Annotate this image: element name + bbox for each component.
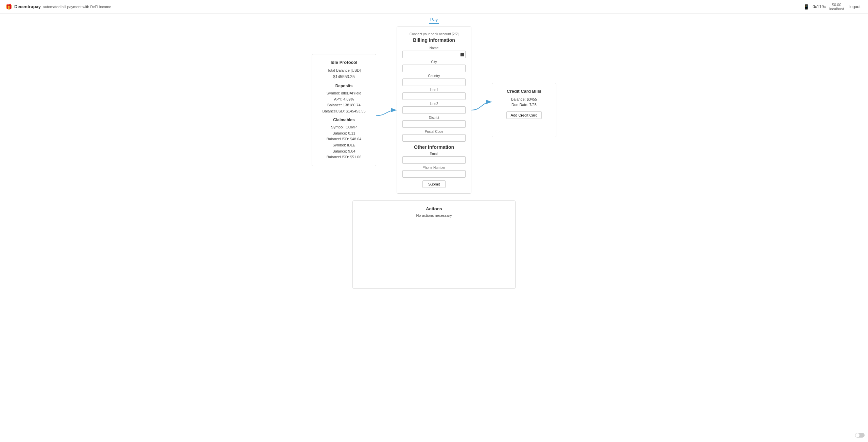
- credit-card-bills-title: Credit Card Bills: [498, 89, 551, 94]
- wallet-balance: $0.00: [832, 3, 841, 7]
- claimables-title: Claimables: [317, 118, 370, 122]
- phone-group: Phone Number: [402, 166, 466, 178]
- idle-protocol-card: Idle Protocol Total Balance [USD] $14555…: [312, 54, 376, 166]
- postal-code-input[interactable]: [402, 134, 466, 142]
- district-input[interactable]: [402, 120, 466, 128]
- deposits-balance-usd: BalanceUSD: $145453.55: [317, 108, 370, 114]
- country-input[interactable]: [402, 78, 466, 86]
- city-label: City: [402, 60, 466, 64]
- name-group: Name ⬛: [402, 46, 466, 58]
- claimable2-symbol: Symbol: IDLE: [317, 142, 370, 148]
- brand-tagline: automated bill payment with DeFi income: [43, 5, 111, 9]
- credit-card-bills-card: Credit Card Bills Balance: $3455 Due Dat…: [492, 83, 556, 137]
- line1-input[interactable]: [402, 92, 466, 100]
- billing-card: Connect your bank account [2/2] Billing …: [397, 26, 471, 194]
- name-label: Name: [402, 46, 466, 50]
- billing-subtitle: Connect your bank account [2/2]: [402, 32, 466, 36]
- total-balance-value: $145553.25: [317, 74, 370, 80]
- claimable1-symbol: Symbol: COMP: [317, 124, 370, 130]
- email-input[interactable]: [402, 156, 466, 164]
- wallet-icon: 📱: [803, 4, 809, 10]
- network-label: localhost: [829, 7, 844, 11]
- network-info: $0.00 localhost: [829, 3, 844, 11]
- billing-title: Billing Information: [402, 37, 466, 43]
- country-label: Country: [402, 74, 466, 78]
- district-label: District: [402, 116, 466, 120]
- other-info-title: Other Information: [402, 144, 466, 150]
- total-balance-label: Total Balance [USD]: [317, 68, 370, 74]
- claimable2-balance: Balance: 9.84: [317, 148, 370, 155]
- deposits-apy: APY: 4.89%: [317, 96, 370, 103]
- line1-label: Line1: [402, 88, 466, 92]
- deposits-symbol: Symbol: idleDAIYield: [317, 90, 370, 96]
- claimable2-balance-usd: BalanceUSD: $51.06: [317, 154, 370, 160]
- wallet-address: 0x119c: [813, 4, 826, 9]
- line2-input[interactable]: [402, 106, 466, 114]
- city-input[interactable]: [402, 65, 466, 72]
- city-group: City: [402, 60, 466, 72]
- idle-protocol-title: Idle Protocol: [317, 60, 370, 65]
- page-title-underline: [429, 23, 439, 24]
- actions-title: Actions: [358, 206, 510, 211]
- line2-label: Line2: [402, 102, 466, 106]
- phone-input[interactable]: [402, 170, 466, 178]
- email-label: Email: [402, 152, 466, 156]
- cc-balance: Balance: $3455: [498, 97, 551, 101]
- add-credit-card-button[interactable]: Add Credit Card: [506, 111, 542, 119]
- email-group: Email: [402, 152, 466, 164]
- name-input-icon: ⬛: [460, 53, 464, 56]
- phone-label: Phone Number: [402, 166, 466, 170]
- postal-code-group: Postal Code: [402, 130, 466, 142]
- logo-icon: 🎁: [5, 3, 12, 10]
- claimable1-balance: Balance: 0.11: [317, 130, 370, 137]
- postal-code-label: Postal Code: [402, 130, 466, 134]
- name-input[interactable]: [402, 51, 466, 58]
- submit-button[interactable]: Submit: [422, 180, 446, 188]
- claimable1-balance-usd: BalanceUSD: $48.64: [317, 136, 370, 142]
- brand-name: Decentrapay: [14, 4, 41, 9]
- cc-due-date: Due Date: 7/25: [498, 103, 551, 107]
- line2-group: Line2: [402, 102, 466, 114]
- deposits-title: Deposits: [317, 84, 370, 88]
- deposits-balance: Balance: 138180.74: [317, 102, 370, 108]
- actions-empty-message: No actions necessary: [358, 213, 510, 217]
- country-group: Country: [402, 74, 466, 86]
- actions-card: Actions No actions necessary: [352, 200, 516, 289]
- district-group: District: [402, 116, 466, 128]
- line1-group: Line1: [402, 88, 466, 100]
- page-title: Pay: [7, 17, 861, 22]
- logout-button[interactable]: logout: [847, 4, 863, 10]
